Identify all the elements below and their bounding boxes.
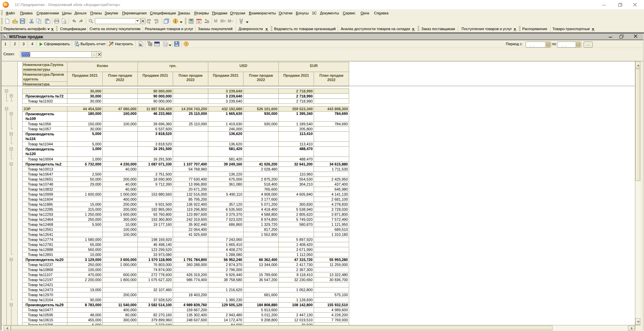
svg-text:31: 31 — [198, 20, 201, 23]
svg-text:?: ? — [185, 42, 187, 46]
